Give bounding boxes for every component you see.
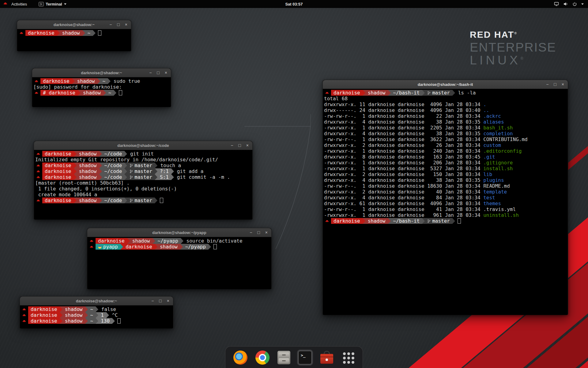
titlebar[interactable]: darknoise@shadow:~/code − □ ×	[34, 141, 252, 150]
dock-firefox-icon[interactable]	[232, 349, 249, 366]
terminal-text: aliases	[483, 119, 504, 125]
brand-redhat: RED HAT®	[470, 29, 556, 40]
powerline-arrow	[93, 30, 96, 36]
powerline-arrow	[74, 163, 77, 168]
redhat-icon	[21, 312, 28, 318]
terminal-line: -rw-rw-r--. 1 darknoise darknoise 22 Jan…	[324, 113, 568, 119]
minimize-button[interactable]: −	[231, 143, 233, 148]
titlebar[interactable]: darknoise@shadow:~/pyapp − □ ×	[87, 228, 271, 237]
minimize-button[interactable]: −	[149, 71, 152, 75]
maximize-button[interactable]: □	[117, 22, 119, 27]
terminal-text: .git	[483, 154, 495, 160]
window-title: darknoise@shadow:~	[20, 299, 173, 303]
terminal-text: 1 file changed, 0 insertions(+), 0 delet…	[35, 186, 177, 192]
close-button[interactable]: ×	[167, 299, 169, 303]
powerline-arrow	[422, 218, 425, 224]
close-button[interactable]: ×	[265, 230, 268, 235]
prompt-segment-branch: master	[127, 168, 155, 174]
minimize-button[interactable]: −	[546, 82, 548, 86]
dock-files-icon[interactable]	[276, 350, 292, 366]
clock[interactable]: Sat 03:57	[0, 2, 588, 6]
titlebar[interactable]: darknoise@shadow:~/bash-it − □ ×	[323, 80, 568, 89]
powerline-arrow	[155, 174, 157, 180]
minimize-button[interactable]: −	[151, 299, 154, 303]
titlebar[interactable]: darknoise@shadow:~ − □ ×	[32, 68, 171, 77]
dock-appgrid-icon[interactable]	[341, 350, 356, 365]
close-button[interactable]: ×	[125, 22, 127, 27]
prompt-segment-path: ~	[106, 90, 114, 96]
prompt-segment-host: shadow	[365, 218, 388, 224]
terminal-text: drwxrwxr-x. 2 darknoise darknoise 40 Jan…	[324, 189, 483, 195]
maximize-button[interactable]: □	[159, 299, 161, 303]
display-icon[interactable]	[554, 2, 559, 6]
toolbox-lid	[320, 354, 333, 357]
terminal-body[interactable]: darknoiseshadow~/pyapp source bin/activa…	[87, 237, 271, 289]
terminal-text: .editorconfig	[483, 148, 522, 154]
close-button[interactable]: ×	[246, 143, 249, 148]
prompt-segment-path: ~	[85, 30, 93, 36]
terminal-text: completion	[483, 131, 513, 136]
terminal-body[interactable]: darknoiseshadow~ falsedarknoiseshadow~1 …	[20, 305, 173, 328]
prompt-segment-branch: master	[127, 163, 155, 168]
maximize-button[interactable]: □	[157, 71, 159, 75]
minimize-button[interactable]: −	[109, 22, 112, 27]
dock-chrome-icon[interactable]	[254, 349, 271, 366]
close-button[interactable]: ×	[562, 82, 564, 86]
volume-icon[interactable]	[563, 2, 568, 6]
app-grid-icon	[342, 351, 355, 364]
prompt-segment-host: shadow	[157, 244, 180, 250]
toolbox-logo	[326, 358, 328, 361]
system-menu-chevron-icon[interactable]	[581, 3, 584, 5]
dock-toolbox-icon[interactable]	[318, 349, 335, 366]
titlebar[interactable]: darknoise@shadow:~ − □ ×	[17, 20, 131, 29]
cabinet-drawer	[279, 358, 289, 363]
prompt-segment-user: darknoise	[123, 244, 155, 250]
terminal-text: git init	[127, 151, 154, 157]
terminal-line: pyappdarknoiseshadow~/pyapp	[89, 244, 271, 250]
powerline-arrow	[171, 174, 174, 180]
terminal-text: drwxrwxr-x. 2 darknoise darknoise 26 Jan…	[324, 142, 483, 148]
terminal-icon: >_	[298, 351, 312, 364]
terminal-cursor	[160, 198, 163, 203]
prompt-segment-host: shadow	[75, 78, 97, 84]
terminal-body[interactable]: darknoiseshadow~	[17, 29, 131, 51]
redhat-icon	[35, 163, 42, 168]
prompt-segment-path: ~/code	[102, 174, 125, 180]
terminal-text: drwxrwxr-x. 61 darknoise darknoise 4096 …	[324, 201, 483, 206]
powerline-arrow	[78, 90, 81, 96]
brand-linux: LINUX®	[470, 54, 556, 67]
powerline-arrow	[155, 244, 157, 250]
maximize-button[interactable]: □	[257, 230, 260, 235]
redhat-icon	[35, 168, 42, 174]
redhat-icon	[18, 30, 25, 36]
window-title: darknoise@shadow:~/pyapp	[87, 230, 271, 235]
rhel-branding: RED HAT® ENTERPRISE LINUX®	[470, 29, 556, 67]
terminal-line: [sudo] password for darknoise:	[33, 84, 171, 90]
redhat-icon	[89, 244, 96, 250]
maximize-button[interactable]: □	[554, 82, 556, 86]
dock-terminal-icon[interactable]: >_	[297, 350, 313, 366]
terminal-body[interactable]: darknoiseshadow~/code git initInitialize…	[34, 150, 252, 220]
terminal-cursor	[98, 30, 101, 36]
powerline-arrow	[60, 306, 62, 312]
maximize-button[interactable]: □	[238, 143, 241, 148]
minimize-button[interactable]: −	[250, 230, 252, 235]
terminal-line: drwxrwxr-x. 4 darknoise darknoise 38 Jan…	[324, 177, 568, 183]
redhat-icon	[33, 90, 40, 96]
prompt-segment-path: ~	[88, 312, 96, 318]
terminal-window: darknoise@shadow:~/code − □ × darknoises…	[34, 141, 253, 220]
titlebar[interactable]: darknoise@shadow:~ − □ ×	[20, 297, 173, 305]
close-button[interactable]: ×	[165, 71, 167, 75]
terminal-line: 1 file changed, 0 insertions(+), 0 delet…	[35, 186, 252, 192]
terminal-body[interactable]: darknoiseshadow~ sudo true[sudo] passwor…	[32, 77, 171, 107]
power-icon[interactable]	[572, 2, 577, 6]
terminal-text: git add a	[174, 168, 203, 174]
terminal-line: drwxrwxr-x. 8 darknoise darknoise 163 Ja…	[324, 154, 568, 160]
redhat-icon	[21, 306, 28, 312]
prompt-segment-branch: master	[425, 218, 452, 224]
terminal-body[interactable]: darknoiseshadow~/bash-itmaster ls -latot…	[323, 89, 568, 315]
powerline-arrow	[171, 168, 174, 174]
powerline-arrow	[96, 312, 98, 318]
prompt-segment-host: shadow	[77, 197, 99, 203]
terminal-line: drwxrwxr-x. 4 darknoise darknoise 38 Jan…	[324, 119, 568, 125]
